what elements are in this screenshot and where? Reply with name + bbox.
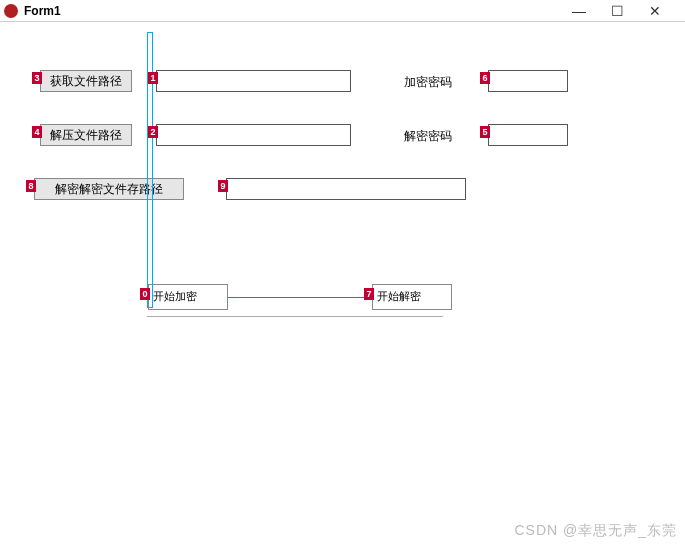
index-tag: 4 xyxy=(32,126,42,138)
form-designer-surface[interactable]: 3 获取文件路径 1 加密密码 6 4 解压文件路径 2 解密密码 5 8 解密… xyxy=(0,22,685,546)
titlebar: Form1 — ☐ ✕ xyxy=(0,0,685,22)
store-path-input[interactable] xyxy=(226,178,466,200)
decrypt-password-input[interactable] xyxy=(488,124,568,146)
decrypt-password-label: 解密密码 xyxy=(404,128,452,144)
index-tag: 3 xyxy=(32,72,42,84)
index-tag: 9 xyxy=(218,180,228,192)
index-tag: 1 xyxy=(148,72,158,84)
maximize-button[interactable]: ☐ xyxy=(609,4,625,18)
start-encrypt-tab[interactable]: 开始加密 xyxy=(148,284,228,310)
decrypt-store-path-button[interactable]: 解密解密文件存路径 xyxy=(34,178,184,200)
app-icon xyxy=(4,4,18,18)
start-decrypt-tab[interactable]: 开始解密 xyxy=(372,284,452,310)
index-tag: 0 xyxy=(140,288,150,300)
index-tag: 7 xyxy=(364,288,374,300)
index-tag: 2 xyxy=(148,126,158,138)
minimize-button[interactable]: — xyxy=(571,4,587,18)
index-tag: 5 xyxy=(480,126,490,138)
encrypt-password-input[interactable] xyxy=(488,70,568,92)
file-path-input[interactable] xyxy=(156,70,351,92)
get-file-path-button[interactable]: 获取文件路径 xyxy=(40,70,132,92)
close-button[interactable]: ✕ xyxy=(647,4,663,18)
encrypt-password-label: 加密密码 xyxy=(404,74,452,90)
watermark: CSDN @幸思无声_东莞 xyxy=(514,522,677,540)
window-title: Form1 xyxy=(24,4,61,18)
index-tag: 8 xyxy=(26,180,36,192)
window-buttons: — ☐ ✕ xyxy=(571,4,681,18)
unzip-file-path-button[interactable]: 解压文件路径 xyxy=(40,124,132,146)
unzip-path-input[interactable] xyxy=(156,124,351,146)
index-tag: 6 xyxy=(480,72,490,84)
